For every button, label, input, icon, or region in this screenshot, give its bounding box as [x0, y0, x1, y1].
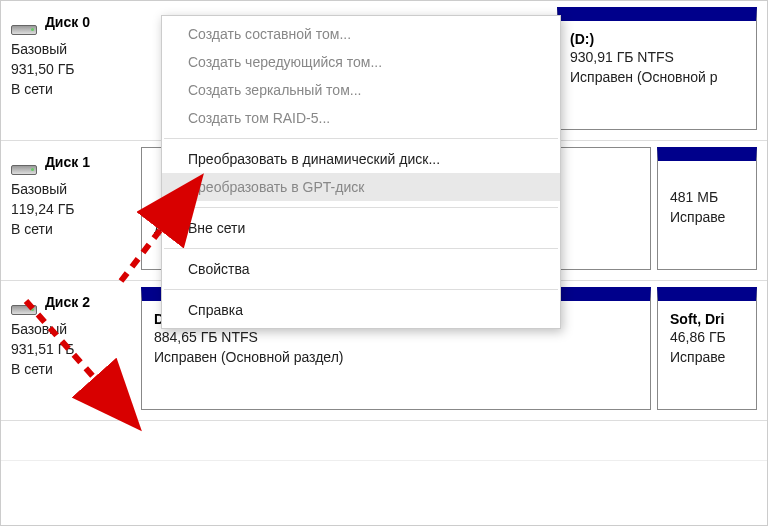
partition-title: (D:)	[570, 31, 744, 47]
partition-size: 930,91 ГБ NTFS	[570, 47, 744, 67]
menu-convert-dynamic[interactable]: Преобразовать в динамический диск...	[162, 145, 560, 173]
disk-icon	[11, 25, 37, 35]
disk-type: Базовый	[11, 39, 133, 59]
disk-title: Диск 1	[45, 154, 90, 170]
disk-size: 119,24 ГБ	[11, 199, 133, 219]
disk-info[interactable]: Диск 0 Базовый 931,50 ГБ В сети	[11, 7, 141, 130]
menu-create-mirrored: Создать зеркальный том...	[162, 76, 560, 104]
menu-offline[interactable]: Вне сети	[162, 214, 560, 242]
partition-small[interactable]: 481 МБ Исправе	[657, 147, 757, 270]
menu-separator	[164, 248, 558, 249]
context-menu: Создать составной том... Создать чередую…	[161, 15, 561, 329]
disk-size: 931,50 ГБ	[11, 59, 133, 79]
partition-title: Soft, Dri	[670, 311, 744, 327]
menu-properties[interactable]: Свойства	[162, 255, 560, 283]
partition-title	[670, 171, 744, 187]
disk-icon	[11, 165, 37, 175]
disk-title: Диск 0	[45, 14, 90, 30]
disk-status: В сети	[11, 79, 133, 99]
partition-size: 46,86 ГБ	[670, 327, 744, 347]
menu-separator	[164, 207, 558, 208]
partition-status: Исправе	[670, 347, 744, 367]
disk-status: В сети	[11, 359, 133, 379]
disk-status: В сети	[11, 219, 133, 239]
partition-size: 481 МБ	[670, 187, 744, 207]
menu-separator	[164, 289, 558, 290]
partition-soft[interactable]: Soft, Dri 46,86 ГБ Исправе	[657, 287, 757, 410]
disk-info[interactable]: Диск 1 Базовый 119,24 ГБ В сети	[11, 147, 141, 270]
partition-status: Исправен (Основной р	[570, 67, 744, 87]
menu-create-raid5: Создать том RAID-5...	[162, 104, 560, 132]
menu-create-spanned: Создать составной том...	[162, 20, 560, 48]
partition-status: Исправе	[670, 207, 744, 227]
disk-type: Базовый	[11, 319, 133, 339]
partition-status: Исправен (Основной раздел)	[154, 347, 638, 367]
partition-size: 884,65 ГБ NTFS	[154, 327, 638, 347]
disk-icon	[11, 305, 37, 315]
menu-create-striped: Создать чередующийся том...	[162, 48, 560, 76]
disk-size: 931,51 ГБ	[11, 339, 133, 359]
disk-type: Базовый	[11, 179, 133, 199]
bottom-gap	[1, 421, 767, 461]
menu-separator	[164, 138, 558, 139]
menu-convert-gpt: Преобразовать в GPT-диск	[162, 173, 560, 201]
partition-d[interactable]: (D:) 930,91 ГБ NTFS Исправен (Основной р	[557, 7, 757, 130]
disk-info[interactable]: Диск 2 Базовый 931,51 ГБ В сети	[11, 287, 141, 410]
menu-help[interactable]: Справка	[162, 296, 560, 324]
disk-title: Диск 2	[45, 294, 90, 310]
